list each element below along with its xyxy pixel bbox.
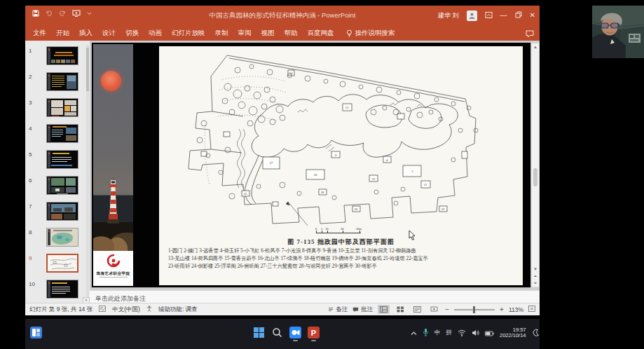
svg-text:25: 25 <box>244 192 247 196</box>
zoom-in-button[interactable]: + <box>500 306 504 313</box>
ime-mode-indicator[interactable]: 拼 <box>446 329 453 337</box>
reading-view-button[interactable] <box>411 305 423 314</box>
save-icon[interactable] <box>32 10 39 17</box>
microphone-tray-icon[interactable] <box>423 327 429 339</box>
slide-2-number: 2 <box>29 74 32 80</box>
tab-help[interactable]: 帮助 <box>280 25 303 41</box>
lightbulb-icon <box>346 29 352 37</box>
tab-record[interactable]: 录制 <box>210 25 233 41</box>
zoom-slider[interactable] <box>454 309 495 310</box>
plan-scale-bar: 0 5 10 20 30m <box>316 228 365 235</box>
screen-share-region: 中国古典园林的形式特征和精神内涵 - PowerPoint 建华 刘 — ✕ 文… <box>25 6 540 349</box>
slide-1-thumbnail[interactable] <box>46 46 78 65</box>
customize-qat-icon[interactable] <box>87 11 92 16</box>
svg-text:P: P <box>311 329 316 337</box>
tab-baidu-netdisk[interactable]: 百度网盘 <box>303 25 339 41</box>
quick-access-toolbar <box>32 10 92 17</box>
slide-7-thumbnail[interactable] <box>46 202 78 221</box>
slide-sorter-view-button[interactable] <box>395 305 406 314</box>
slide-photo-strip: 珠海艺术职业学院 <box>93 44 133 286</box>
garden-plan-drawing: 3 4 9 10 13 21 22 23 24 25 <box>159 46 523 227</box>
tray-chevron-icon[interactable] <box>411 327 417 339</box>
tab-insert[interactable]: 插入 <box>74 25 97 41</box>
tencent-meeting-icon[interactable] <box>289 327 301 338</box>
slide-2-thumbnail[interactable] <box>46 72 78 91</box>
redo-icon[interactable] <box>59 10 66 17</box>
speaker-tray-icon[interactable] <box>472 327 479 339</box>
fit-slide-button[interactable] <box>528 306 535 313</box>
notes-pane[interactable]: 单击此处添加备注 <box>90 290 540 303</box>
zoom-level[interactable]: 113% <box>509 306 523 313</box>
slide-thumbnail-panel: 1 2 <box>25 41 90 303</box>
powerpoint-taskbar-icon[interactable]: P <box>308 327 320 338</box>
slide-1-number: 1 <box>29 48 32 54</box>
tab-file[interactable]: 文件 <box>28 25 51 41</box>
slide-4-number: 4 <box>29 125 32 132</box>
minimize-button[interactable]: — <box>500 12 507 19</box>
next-slide-icon[interactable]: ⏷ <box>532 280 539 286</box>
widgets-icon[interactable] <box>30 327 42 338</box>
slide-3-thumbnail[interactable] <box>46 98 78 117</box>
search-icon[interactable] <box>271 327 283 338</box>
svg-text:24: 24 <box>289 71 293 75</box>
taskbar-clock[interactable]: 19:57 2022/10/14 <box>500 327 526 339</box>
ribbon-display-options-button[interactable] <box>485 11 493 20</box>
tab-review[interactable]: 审阅 <box>233 25 256 41</box>
title-bar: 中国古典园林的形式特征和精神内涵 - PowerPoint 建华 刘 — ✕ <box>25 6 540 25</box>
slide-9-number: 9 <box>29 255 32 261</box>
notes-toggle-button[interactable]: 备注 <box>328 306 348 314</box>
comments-button[interactable] <box>526 28 534 41</box>
scroll-up-icon[interactable]: ▲ <box>532 44 539 50</box>
slide-8-thumbnail[interactable] <box>46 228 78 247</box>
slide-scrollbar[interactable]: ▲ ▼ ⏶ ⏷ <box>531 43 540 287</box>
account-name[interactable]: 建华 刘 <box>438 11 459 20</box>
webcam-feed <box>592 6 644 58</box>
account-avatar[interactable] <box>467 11 477 21</box>
thumbnail-scroll-down-button[interactable]: ▾ <box>83 297 90 303</box>
windows-taskbar: P 中 拼 19:57 2022/10/14 <box>25 319 540 349</box>
svg-text:13: 13 <box>345 106 349 109</box>
wifi-tray-icon[interactable] <box>458 327 466 339</box>
scrollbar-thumb[interactable] <box>533 168 537 186</box>
accessibility-status[interactable]: 辅助功能: 调查 <box>158 306 198 314</box>
legend-line-1: 1-园门 2-腰门 3-远香堂 4-倚玉轩 5-小飞虹 6-松风亭 7-小沧浪 … <box>168 247 519 255</box>
rocks-photo <box>93 222 133 252</box>
tellme-search[interactable]: 操作说明搜索 <box>346 29 395 38</box>
previous-slide-icon[interactable]: ⏶ <box>532 273 539 279</box>
slide-canvas[interactable]: 珠海艺术职业学院 <box>92 43 530 287</box>
start-button[interactable] <box>253 327 265 338</box>
accessibility-icon <box>146 306 152 313</box>
slide-4-thumbnail[interactable] <box>46 124 78 143</box>
tab-home[interactable]: 开始 <box>51 25 74 41</box>
slideshow-view-button[interactable] <box>428 305 440 314</box>
normal-view-button[interactable] <box>378 305 390 314</box>
meeting-stage: 中国古典园林的形式特征和精神内涵 - PowerPoint 建华 刘 — ✕ 文… <box>0 0 644 349</box>
spell-check-icon[interactable] <box>99 306 106 313</box>
battery-tray-icon[interactable] <box>485 327 494 339</box>
tab-slideshow[interactable]: 幻灯片放映 <box>167 25 210 41</box>
tab-design[interactable]: 设计 <box>97 25 121 41</box>
tab-transitions[interactable]: 切换 <box>121 25 144 41</box>
language-indicator[interactable]: 中文(中国) <box>112 306 140 314</box>
garden-plan-page: 3 4 9 10 13 21 22 23 24 25 <box>159 46 523 285</box>
zoom-slider-thumb[interactable] <box>473 306 475 313</box>
slide-5-number: 5 <box>29 151 32 158</box>
zoom-out-button[interactable]: − <box>445 306 449 313</box>
slide-6-thumbnail[interactable] <box>46 176 78 195</box>
close-button[interactable]: ✕ <box>530 12 535 19</box>
focus-assist-moon-icon[interactable] <box>532 327 540 339</box>
comments-toggle-button[interactable]: 批注 <box>352 306 373 314</box>
restore-button[interactable] <box>515 11 522 20</box>
slide-10-thumbnail[interactable] <box>46 280 78 299</box>
svg-text:10: 10 <box>314 173 317 177</box>
undo-icon[interactable] <box>46 10 53 17</box>
ime-language-indicator[interactable]: 中 <box>434 329 441 337</box>
scroll-down-icon[interactable]: ▼ <box>532 266 539 272</box>
slide-9-thumbnail-selected[interactable] <box>46 254 78 273</box>
tab-view[interactable]: 视图 <box>256 25 280 41</box>
thumbnail-scrollbar[interactable] <box>86 45 89 297</box>
slide-5-thumbnail[interactable] <box>46 150 78 169</box>
tab-animations[interactable]: 动画 <box>144 25 167 41</box>
powerpoint-window: 中国古典园林的形式特征和精神内涵 - PowerPoint 建华 刘 — ✕ 文… <box>25 6 540 315</box>
start-slideshow-icon[interactable] <box>72 10 81 17</box>
